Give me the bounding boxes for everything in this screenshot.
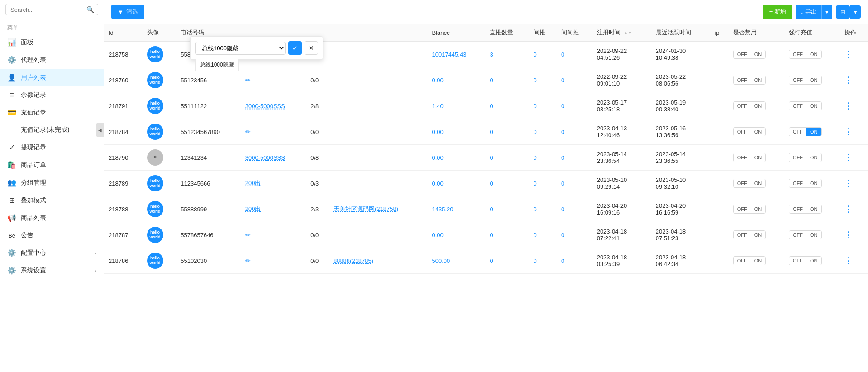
force-charge-toggle[interactable]: OFF ON	[789, 179, 822, 188]
force-charge-on[interactable]: ON	[806, 76, 821, 84]
agent-link[interactable]: 88888(218785)	[334, 258, 373, 264]
more-actions-button[interactable]: ⋮	[844, 205, 853, 214]
banned-on[interactable]: ON	[751, 205, 766, 213]
group-link[interactable]: 3000-5000SSS	[245, 154, 285, 161]
more-actions-button[interactable]: ⋮	[844, 76, 853, 85]
banned-off[interactable]: OFF	[734, 205, 751, 213]
force-charge-on[interactable]: ON	[806, 257, 821, 265]
sidebar-item-recharge-records[interactable]: 💳 充值记录	[0, 104, 104, 121]
force-charge-off[interactable]: OFF	[789, 231, 806, 239]
sidebar-item-group-management[interactable]: 👥 分组管理	[0, 174, 104, 191]
columns-dropdown-button[interactable]: ▾	[850, 5, 861, 19]
force-charge-on[interactable]: ON	[806, 179, 821, 187]
banned-toggle[interactable]: OFF ON	[733, 205, 766, 214]
force-charge-toggle[interactable]: OFF ON	[789, 101, 822, 110]
balance-link[interactable]: 0.00	[432, 77, 443, 84]
force-charge-on[interactable]: ON	[806, 128, 821, 136]
popup-close-button[interactable]: ✕	[305, 41, 318, 55]
sidebar-item-balance-records[interactable]: ≡ 余额记录	[0, 86, 104, 104]
more-actions-button[interactable]: ⋮	[844, 101, 853, 110]
export-dropdown-button[interactable]: ▾	[821, 5, 832, 19]
banned-off[interactable]: OFF	[734, 76, 751, 84]
banned-on[interactable]: ON	[751, 179, 766, 187]
sidebar-item-agent-list[interactable]: ⚙️ 代理列表	[0, 51, 104, 69]
force-charge-off[interactable]: OFF	[789, 102, 806, 110]
banned-on[interactable]: ON	[751, 153, 766, 162]
agent-link[interactable]: 天美社区源码网(218758)	[334, 205, 398, 212]
banned-toggle[interactable]: OFF ON	[733, 50, 766, 59]
sidebar-item-overlay-mode[interactable]: ⊞ 叠加模式	[0, 191, 104, 209]
force-charge-off[interactable]: OFF	[789, 76, 806, 84]
force-charge-toggle[interactable]: OFF ON	[789, 205, 822, 214]
pencil-icon[interactable]: ✏	[245, 231, 251, 238]
banned-toggle[interactable]: OFF ON	[733, 76, 766, 85]
force-charge-on[interactable]: ON	[806, 153, 821, 162]
balance-link[interactable]: 1435.20	[432, 206, 453, 213]
popup-confirm-button[interactable]: ✓	[288, 41, 302, 55]
export-button[interactable]: ↓ 导出	[796, 5, 821, 19]
sidebar-item-user-list[interactable]: 👤 用户列表	[0, 69, 104, 86]
filter-select[interactable]: 总线1000隐藏 3000-5000SSS 200出 其他	[195, 42, 286, 55]
banned-on[interactable]: ON	[751, 102, 766, 110]
force-charge-toggle[interactable]: OFF ON	[789, 256, 822, 265]
balance-link[interactable]: 1.40	[432, 103, 443, 110]
sidebar-item-withdraw-records[interactable]: ✓ 提现记录	[0, 138, 104, 156]
banned-off[interactable]: OFF	[734, 102, 751, 110]
balance-link[interactable]: 500.00	[432, 258, 450, 264]
sidebar-item-product-list[interactable]: 📢 商品列表	[0, 209, 104, 227]
force-charge-toggle[interactable]: OFF ON	[789, 230, 822, 239]
balance-link[interactable]: 0.00	[432, 129, 443, 135]
banned-toggle[interactable]: OFF ON	[733, 179, 766, 188]
sidebar-item-config-center[interactable]: ⚙️ 配置中心 ›	[0, 244, 104, 262]
force-charge-toggle[interactable]: OFF ON	[789, 153, 822, 162]
banned-on[interactable]: ON	[751, 257, 766, 265]
sidebar-item-announcement[interactable]: Bē 公告	[0, 227, 104, 244]
columns-button[interactable]: ⊞	[836, 5, 850, 19]
sidebar-item-product-orders[interactable]: 🛍️ 商品订单	[0, 156, 104, 174]
group-link[interactable]: 200出	[245, 205, 261, 212]
banned-off[interactable]: OFF	[734, 179, 751, 187]
col-register-time[interactable]: 注册时间 ▲▼	[592, 24, 651, 42]
force-charge-on[interactable]: ON	[806, 231, 821, 239]
search-input[interactable]	[10, 6, 86, 13]
force-charge-off[interactable]: OFF	[789, 128, 806, 136]
more-actions-button[interactable]: ⋮	[844, 153, 853, 162]
balance-link[interactable]: 0.00	[432, 232, 443, 238]
filter-button[interactable]: ▼ 筛选	[111, 5, 144, 19]
balance-link[interactable]: 0.00	[432, 180, 443, 187]
force-charge-on[interactable]: ON	[806, 102, 821, 110]
force-charge-off[interactable]: OFF	[789, 179, 806, 187]
banned-off[interactable]: OFF	[734, 231, 751, 239]
force-charge-toggle[interactable]: OFF ON	[789, 127, 822, 136]
banned-toggle[interactable]: OFF ON	[733, 101, 766, 110]
group-link[interactable]: 200出	[245, 180, 261, 186]
more-actions-button[interactable]: ⋮	[844, 127, 853, 136]
banned-on[interactable]: ON	[751, 231, 766, 239]
banned-toggle[interactable]: OFF ON	[733, 153, 766, 162]
banned-off[interactable]: OFF	[734, 50, 751, 58]
banned-off[interactable]: OFF	[734, 153, 751, 162]
banned-toggle[interactable]: OFF ON	[733, 256, 766, 265]
banned-off[interactable]: OFF	[734, 257, 751, 265]
force-charge-toggle[interactable]: OFF ON	[789, 50, 822, 59]
force-charge-on[interactable]: ON	[806, 50, 821, 58]
pencil-icon[interactable]: ✏	[245, 128, 251, 135]
sidebar-item-system-settings[interactable]: ⚙️ 系统设置 ›	[0, 262, 104, 279]
force-charge-off[interactable]: OFF	[789, 257, 806, 265]
balance-link[interactable]: 10017445.43	[432, 51, 466, 58]
more-actions-button[interactable]: ⋮	[844, 256, 853, 265]
pencil-icon[interactable]: ✏	[245, 76, 251, 84]
force-charge-off[interactable]: OFF	[789, 153, 806, 162]
force-charge-toggle[interactable]: OFF ON	[789, 76, 822, 85]
banned-off[interactable]: OFF	[734, 128, 751, 136]
pencil-icon[interactable]: ✏	[245, 257, 251, 264]
banned-toggle[interactable]: OFF ON	[733, 127, 766, 136]
banned-on[interactable]: ON	[751, 76, 766, 84]
more-actions-button[interactable]: ⋮	[844, 179, 853, 188]
banned-toggle[interactable]: OFF ON	[733, 230, 766, 239]
more-actions-button[interactable]: ⋮	[844, 230, 853, 239]
balance-link[interactable]: 0.00	[432, 154, 443, 161]
more-actions-button[interactable]: ⋮	[844, 50, 853, 59]
force-charge-off[interactable]: OFF	[789, 50, 806, 58]
force-charge-on[interactable]: ON	[806, 205, 821, 213]
